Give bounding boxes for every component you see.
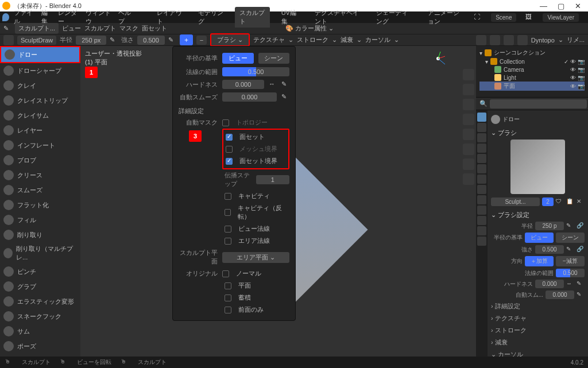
brush-item[interactable]: スネークフック bbox=[0, 309, 80, 324]
close-icon[interactable]: ✕ bbox=[577, 198, 585, 206]
brush-item[interactable]: インフレート bbox=[0, 138, 80, 153]
pressure-icon[interactable]: ✎ bbox=[281, 93, 289, 101]
workspace-tab-sculpt[interactable]: スカルプト bbox=[235, 7, 269, 28]
modifier-tab-icon[interactable] bbox=[477, 185, 486, 194]
link-icon[interactable]: ↔ bbox=[269, 80, 277, 88]
dropdown-icon[interactable]: ⌄ bbox=[328, 25, 336, 33]
stroke-menu[interactable]: ストローク bbox=[297, 36, 328, 44]
texture-section[interactable]: テクスチャ bbox=[491, 312, 585, 324]
radius-basis-scene[interactable]: シーン bbox=[556, 233, 585, 243]
axis-gizmo[interactable] bbox=[430, 51, 446, 67]
falloff-section[interactable]: 減衰 bbox=[491, 336, 585, 348]
cavity-checkbox[interactable] bbox=[225, 193, 231, 200]
menu-help[interactable]: ヘルプ bbox=[118, 9, 134, 26]
front-only-checkbox[interactable] bbox=[225, 307, 231, 313]
pressure-icon[interactable]: ✎ bbox=[566, 246, 574, 254]
brush-item[interactable]: クレイストリップ bbox=[0, 93, 80, 108]
pressure-icon[interactable]: ✎ bbox=[566, 222, 574, 230]
mesh-boundary-checkbox[interactable] bbox=[226, 146, 233, 153]
faceset-boundary-checkbox[interactable] bbox=[226, 158, 233, 165]
brush-preset-icon[interactable] bbox=[3, 35, 14, 45]
brush-item[interactable]: クレイ bbox=[0, 78, 80, 93]
normal-range-value[interactable]: 0.500 bbox=[222, 67, 289, 76]
constraint-tab-icon[interactable] bbox=[477, 216, 486, 225]
scene-name[interactable]: Scene bbox=[491, 13, 516, 22]
brush-item[interactable]: フィル bbox=[0, 212, 80, 227]
tool-icon[interactable] bbox=[463, 158, 474, 170]
menu-render[interactable]: レンダー bbox=[58, 9, 80, 26]
overlay-icon[interactable] bbox=[490, 35, 500, 45]
brush-item[interactable]: クリース bbox=[0, 168, 80, 183]
brush-item[interactable]: 削り取り（マルチプレ... bbox=[0, 242, 80, 264]
mode-selector[interactable]: スカルプト... bbox=[15, 23, 59, 34]
strength-value[interactable]: 0.500 bbox=[137, 36, 165, 45]
close-button[interactable]: ✕ bbox=[575, 2, 581, 10]
brush-item[interactable]: スムーズ bbox=[0, 183, 80, 197]
original-normal-checkbox[interactable] bbox=[222, 270, 229, 277]
copy-icon[interactable]: 📋 bbox=[566, 198, 574, 206]
menu-window[interactable]: ウィンドウ bbox=[86, 9, 113, 26]
radius-basis-view[interactable]: ビュー bbox=[222, 53, 254, 64]
perspective-icon[interactable] bbox=[463, 114, 474, 125]
menu-faceset[interactable]: 面セット bbox=[142, 24, 167, 33]
radius-basis-view[interactable]: ビュー bbox=[525, 233, 554, 243]
physics-tab-icon[interactable] bbox=[477, 206, 486, 215]
overlay-icon[interactable] bbox=[476, 35, 486, 45]
scene-tab-icon[interactable] bbox=[477, 154, 486, 163]
direction-sub[interactable]: − bbox=[196, 36, 207, 45]
brush-item[interactable]: エラスティック変形 bbox=[0, 294, 80, 309]
menu-view[interactable]: ビュー bbox=[62, 24, 81, 33]
brush-settings-header[interactable]: ⌄ ブラシ設定 bbox=[491, 211, 585, 219]
topology-checkbox[interactable] bbox=[222, 119, 229, 126]
detail-section[interactable]: 詳細設定 bbox=[491, 300, 585, 312]
strength-value[interactable]: 0.500 bbox=[535, 245, 564, 254]
remesh-toggle[interactable]: リメ... bbox=[567, 36, 585, 44]
search-icon[interactable]: 🔍 bbox=[479, 100, 488, 108]
brush-item[interactable]: ピンチ bbox=[0, 264, 80, 279]
workspace-tab[interactable]: アニメーション bbox=[423, 7, 468, 28]
hardness-value[interactable]: 0.000 bbox=[222, 80, 264, 89]
brush-item[interactable]: グラブ bbox=[0, 279, 80, 294]
view-normal-checkbox[interactable] bbox=[225, 226, 231, 233]
object-tab-icon[interactable] bbox=[477, 175, 486, 184]
falloff-menu[interactable]: 減衰 bbox=[341, 36, 353, 44]
sculpt-plane-select[interactable]: エリア平面 ⌄ bbox=[222, 252, 289, 263]
brush-item[interactable]: ポーズ bbox=[0, 339, 80, 354]
minimize-button[interactable]: — bbox=[540, 2, 547, 10]
cavity-inv-checkbox[interactable] bbox=[225, 209, 231, 216]
data-tab-icon[interactable] bbox=[477, 226, 486, 235]
radius-value[interactable]: 250 p bbox=[535, 222, 564, 230]
direction-add[interactable]: ＋加算 bbox=[525, 256, 554, 266]
brush-item[interactable]: クレイサム bbox=[0, 108, 80, 123]
view-tab-icon[interactable] bbox=[477, 144, 486, 153]
dyntopo-toggle[interactable]: Dyntopo bbox=[531, 37, 555, 44]
zoom-icon[interactable] bbox=[463, 69, 474, 80]
cursor-menu[interactable]: カーソル bbox=[365, 36, 390, 44]
brush-item[interactable]: サム bbox=[0, 324, 80, 339]
hardness-value[interactable]: 0.000 bbox=[535, 280, 564, 288]
brush-item[interactable]: レイヤー bbox=[0, 123, 80, 138]
brush-item-draw[interactable]: ドロー bbox=[0, 46, 80, 63]
original-plane-checkbox[interactable] bbox=[225, 282, 231, 289]
3d-viewport[interactable]: ユーザー・透視投影 (1) 平面 1 2 半径の基準ビューシーン 法線の範囲0.… bbox=[80, 46, 476, 368]
pressure-icon[interactable]: ✎ bbox=[281, 80, 289, 88]
auto-smooth-value[interactable]: 0.000 bbox=[222, 92, 277, 102]
area-normal-checkbox[interactable] bbox=[225, 238, 231, 245]
output-tab-icon[interactable] bbox=[477, 133, 486, 142]
menu-mask[interactable]: マスク bbox=[119, 24, 138, 33]
outliner-row-selected[interactable]: 平面👁 📷 bbox=[479, 82, 585, 91]
workspace-tab[interactable]: シェーディング bbox=[372, 7, 416, 28]
texture-menu[interactable]: テクスチャ bbox=[253, 36, 285, 44]
brush-slot[interactable]: Sculpt... bbox=[491, 197, 540, 206]
workspace-tab[interactable]: モデリング bbox=[194, 7, 228, 28]
brush-item[interactable]: 削り取り bbox=[0, 227, 80, 242]
outliner-row[interactable]: Camera👁 📷 bbox=[479, 65, 585, 73]
auto-smooth-value[interactable]: 0.000 bbox=[546, 290, 574, 299]
color-attribute-label[interactable]: カラー属性 bbox=[295, 25, 327, 32]
pressure-icon[interactable]: ✎ bbox=[168, 36, 176, 44]
tool-icon[interactable] bbox=[463, 173, 474, 185]
outliner-row[interactable]: ▾Collection✓ 👁 📷 bbox=[479, 57, 585, 65]
outliner[interactable]: ▾シーンコレクション ▾Collection✓ 👁 📷 Camera👁 📷 Li… bbox=[476, 46, 588, 98]
brush-thumbnail[interactable] bbox=[510, 140, 565, 194]
faceset-checkbox[interactable] bbox=[226, 134, 233, 141]
